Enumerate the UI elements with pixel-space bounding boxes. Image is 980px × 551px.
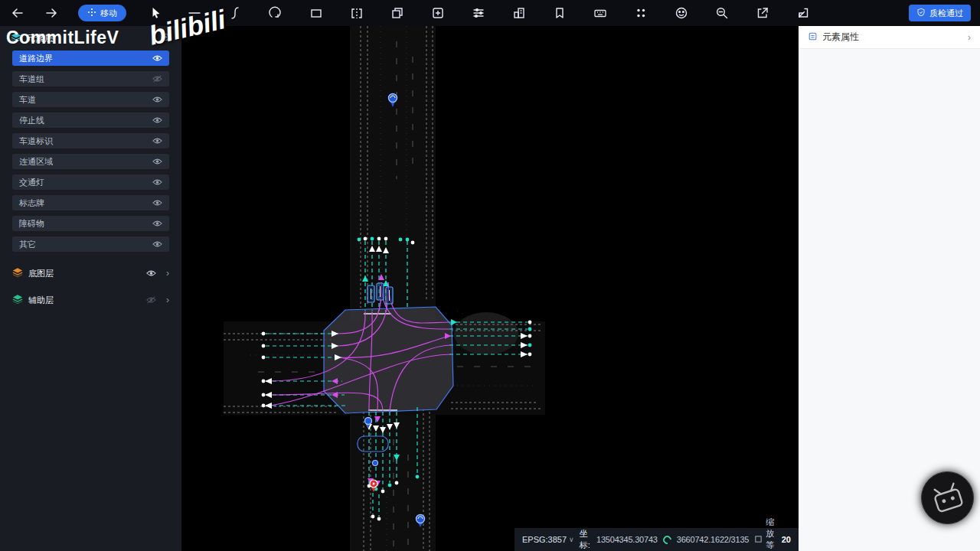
move-label: 移动 — [100, 8, 117, 19]
layer-item-obstacle[interactable]: 障碍物 — [12, 216, 169, 231]
eye-off-icon[interactable] — [152, 75, 162, 83]
copy-tool-icon[interactable] — [389, 5, 406, 21]
layer-item-stop-line[interactable]: 停止线 — [12, 112, 169, 128]
qc-pass-label: 质检通过 — [929, 8, 963, 19]
point-cloud-roads — [224, 26, 545, 551]
add-rect-tool-icon[interactable] — [430, 5, 446, 21]
move-tool-button[interactable]: 移动 — [78, 5, 126, 21]
base-map-layer-group[interactable]: 底图层 › — [0, 264, 181, 282]
layers-icon — [11, 32, 21, 45]
chevron-down-icon: ∨ — [569, 536, 574, 543]
keyboard-tool-icon[interactable] — [592, 5, 609, 21]
move-icon — [87, 8, 96, 18]
base-layer-icon — [12, 267, 23, 279]
eye-icon[interactable] — [152, 178, 162, 186]
eye-icon[interactable] — [152, 116, 162, 124]
base-layer-label: 底图层 — [28, 268, 141, 279]
layer-item-lane[interactable]: 车道 — [12, 92, 169, 107]
bookmark-tool-icon[interactable] — [551, 5, 568, 21]
tool-row — [186, 5, 812, 21]
eye-icon[interactable] — [152, 199, 162, 207]
back-icon[interactable] — [9, 5, 26, 21]
line-tool-icon[interactable] — [186, 5, 203, 21]
coord-y-value: 3660742.1622/3135 — [677, 535, 749, 544]
sliders-tool-icon[interactable] — [470, 5, 487, 21]
curve-tool-icon[interactable] — [227, 5, 243, 21]
eye-icon[interactable] — [152, 137, 162, 145]
loading-spinner-icon — [662, 533, 673, 545]
shield-icon — [916, 8, 926, 18]
zoom-level-label: 缩放等级: — [766, 517, 779, 551]
bilibili-tv-logo — [921, 471, 974, 524]
aux-layer-icon — [12, 294, 23, 306]
coord-label: 坐标: — [580, 528, 591, 551]
chevron-right-icon[interactable]: › — [166, 268, 169, 279]
eye-icon[interactable] — [152, 158, 162, 165]
layer-item-other[interactable]: 其它 — [12, 236, 169, 252]
zoom-out-tool-icon[interactable] — [714, 5, 730, 21]
eye-off-icon[interactable] — [146, 296, 156, 304]
sign-marker-small[interactable] — [373, 461, 378, 466]
forward-icon[interactable] — [43, 5, 60, 21]
layer-item-road-boundary[interactable]: 道路边界 — [12, 51, 169, 66]
eye-icon[interactable] — [146, 269, 156, 277]
aux-layer-label: 辅助层 — [28, 295, 141, 306]
building-tool-icon[interactable] — [511, 5, 528, 21]
properties-header: 元素属性 › — [799, 26, 980, 49]
zoom-level-value: 20 — [782, 535, 791, 544]
eye-icon[interactable] — [152, 240, 162, 248]
import-tool-icon[interactable] — [795, 5, 812, 21]
chevron-right-icon[interactable]: › — [968, 31, 971, 43]
element-layer-list: 道路边界 车道组 车道 停止线 车道标识 连通区域 交通灯 标志牌 — [0, 51, 181, 252]
properties-title: 元素属性 — [822, 31, 859, 44]
coord-x-value: 13504345.30743 — [596, 535, 658, 544]
element-layer-header: 元素层 — [0, 26, 181, 51]
layer-item-sign[interactable]: 标志牌 — [12, 195, 169, 210]
nodes-tool-icon[interactable] — [632, 5, 649, 21]
chevron-right-icon[interactable]: › — [166, 295, 169, 305]
zoom-level-icon — [754, 535, 763, 545]
locate-icon[interactable] — [161, 32, 171, 44]
element-layer-title: 元素层 — [26, 32, 54, 45]
eye-icon[interactable] — [152, 220, 162, 227]
qc-pass-button[interactable]: 质检通过 — [909, 5, 971, 21]
cursor-tool-icon[interactable] — [148, 5, 165, 21]
layer-item-lane-marking[interactable]: 车道标识 — [12, 133, 169, 148]
layer-item-traffic-light[interactable]: 交通灯 — [12, 174, 169, 190]
eye-icon[interactable] — [152, 96, 162, 103]
epsg-selector[interactable]: EPSG:3857 ∨ — [522, 535, 574, 544]
eye-icon[interactable] — [152, 54, 162, 62]
status-bar: EPSG:3857 ∨ 坐标: 13504345.30743 3660742.1… — [514, 528, 799, 551]
top-toolbar: 移动 — [0, 0, 980, 26]
export-tool-icon[interactable] — [754, 5, 771, 21]
rect-tool-icon[interactable] — [308, 5, 325, 21]
face-tool-icon[interactable] — [673, 5, 690, 21]
layers-sidebar: 元素层 道路边界 车道组 车道 停止线 车道标识 连通区域 — [0, 26, 181, 551]
layer-item-lane-group[interactable]: 车道组 — [12, 71, 169, 86]
aux-layer-group[interactable]: 辅助层 › — [0, 291, 181, 309]
properties-icon — [808, 31, 818, 44]
split-rect-tool-icon[interactable] — [348, 5, 365, 21]
layer-item-connected-area[interactable]: 连通区域 — [12, 154, 169, 169]
arc-tool-icon[interactable] — [267, 5, 284, 21]
map-canvas[interactable]: EPSG:3857 ∨ 坐标: 13504345.30743 3660742.1… — [181, 26, 799, 551]
